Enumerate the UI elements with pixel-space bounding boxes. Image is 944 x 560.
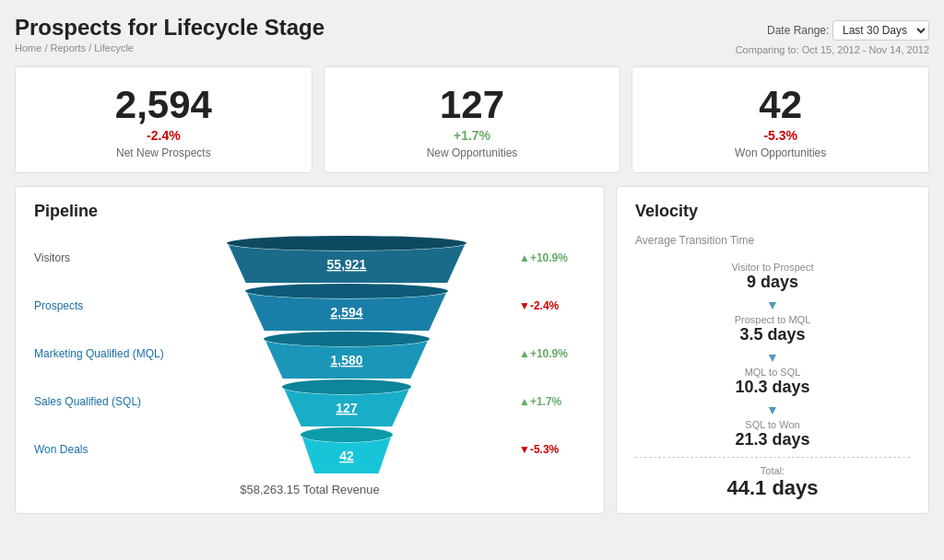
comparing-text: Comparing to: Oct 15, 2012 - Nov 14, 201… bbox=[736, 44, 929, 55]
svg-point-14 bbox=[282, 379, 411, 394]
date-range-row: Date Range: Last 30 Days Last 7 Days Las… bbox=[736, 20, 929, 41]
funnel-svg: 55,9212,5941,58012742 bbox=[182, 234, 512, 473]
pipeline-title: Pipeline bbox=[34, 202, 585, 221]
svg-point-2 bbox=[227, 236, 466, 251]
change-arrow-2: ▲ bbox=[519, 347, 530, 360]
pipeline-content: VisitorsProspectsMarketing Qualified (MQ… bbox=[34, 234, 585, 473]
velocity-label-0: Visitor to Prospect bbox=[635, 262, 910, 273]
velocity-value-0: 9 days bbox=[635, 273, 910, 292]
summary-card-1: 127 +1.7% New Opportunities bbox=[324, 66, 621, 173]
change-arrow-3: ▲ bbox=[519, 395, 530, 408]
pipeline-link-4[interactable]: Won Deals bbox=[34, 443, 88, 456]
summary-card-0: 2,594 -2.4% Net New Prospects bbox=[15, 66, 313, 173]
funnel-graphic: 55,9212,5941,58012742 bbox=[208, 234, 485, 473]
velocity-arrow-2: ▼ bbox=[635, 402, 910, 417]
pipeline-panel: Pipeline VisitorsProspectsMarketing Qual… bbox=[15, 186, 605, 514]
pipeline-label-0: Visitors bbox=[34, 234, 182, 282]
summary-label: Won Opportunities bbox=[647, 146, 914, 159]
velocity-total-label: Total: bbox=[635, 465, 910, 476]
pipeline-change-4: ▼ -5.3% bbox=[512, 426, 585, 473]
total-revenue: $58,263.15 Total Revenue bbox=[34, 483, 585, 496]
pipeline-link-1[interactable]: Prospects bbox=[34, 299, 83, 312]
pipeline-label-1[interactable]: Prospects bbox=[34, 282, 182, 330]
summary-change: -5.3% bbox=[647, 128, 914, 143]
svg-text:42: 42 bbox=[339, 449, 354, 463]
summary-number: 2,594 bbox=[30, 84, 297, 126]
velocity-value-1: 3.5 days bbox=[635, 325, 910, 344]
change-arrow-1: ▼ bbox=[519, 299, 530, 312]
date-range-label: Date Range: bbox=[767, 24, 829, 37]
summary-card-2: 42 -5.3% Won Opportunities bbox=[631, 66, 929, 173]
summary-label: New Opportunities bbox=[339, 146, 606, 159]
summary-change: -2.4% bbox=[30, 128, 297, 143]
summary-row: 2,594 -2.4% Net New Prospects 127 +1.7% … bbox=[15, 66, 929, 173]
velocity-value-2: 10.3 days bbox=[635, 378, 910, 397]
svg-point-6 bbox=[245, 284, 448, 298]
funnel-labels-left: VisitorsProspectsMarketing Qualified (MQ… bbox=[34, 234, 182, 473]
velocity-item-1: Prospect to MQL 3.5 days bbox=[635, 314, 910, 344]
pipeline-change-2: ▲ +10.9% bbox=[512, 330, 585, 378]
velocity-label-3: SQL to Won bbox=[635, 419, 910, 430]
velocity-label-2: MQL to SQL bbox=[635, 367, 910, 378]
svg-text:127: 127 bbox=[336, 401, 358, 415]
summary-change: +1.7% bbox=[339, 128, 606, 143]
velocity-subtitle: Average Transition Time bbox=[635, 234, 910, 247]
velocity-arrow-0: ▼ bbox=[635, 298, 910, 312]
pipeline-change-3: ▲ +1.7% bbox=[512, 378, 585, 426]
pipeline-label-2[interactable]: Marketing Qualified (MQL) bbox=[34, 330, 182, 378]
page-header: Prospects for Lifecycle Stage Home / Rep… bbox=[15, 15, 929, 53]
svg-point-18 bbox=[301, 427, 393, 442]
velocity-item-2: MQL to SQL 10.3 days bbox=[635, 367, 910, 397]
pipeline-link-2[interactable]: Marketing Qualified (MQL) bbox=[34, 347, 164, 360]
velocity-title: Velocity bbox=[635, 202, 910, 221]
pipeline-change-1: ▼ -2.4% bbox=[512, 282, 585, 330]
velocity-total-value: 44.1 days bbox=[635, 476, 910, 500]
summary-label: Net New Prospects bbox=[30, 146, 297, 159]
svg-text:2,594: 2,594 bbox=[330, 305, 362, 320]
velocity-label-1: Prospect to MQL bbox=[635, 314, 910, 325]
velocity-value-3: 21.3 days bbox=[635, 430, 910, 449]
velocity-item-3: SQL to Won 21.3 days bbox=[635, 419, 910, 449]
change-arrow-4: ▼ bbox=[519, 443, 530, 456]
svg-point-10 bbox=[264, 332, 430, 346]
velocity-divider bbox=[635, 457, 910, 458]
breadcrumb-text: Home / Reports / Lifecycle bbox=[15, 42, 134, 53]
svg-text:55,921: 55,921 bbox=[327, 257, 367, 272]
change-arrow-0: ▲ bbox=[519, 251, 530, 264]
summary-number: 127 bbox=[339, 84, 606, 126]
pipeline-label-4[interactable]: Won Deals bbox=[34, 426, 182, 473]
svg-text:1,580: 1,580 bbox=[330, 353, 362, 368]
bottom-row: Pipeline VisitorsProspectsMarketing Qual… bbox=[15, 186, 929, 514]
pipeline-label-3[interactable]: Sales Qualified (SQL) bbox=[34, 378, 182, 426]
date-range-bar: Date Range: Last 30 Days Last 7 Days Las… bbox=[736, 20, 929, 55]
pipeline-link-3[interactable]: Sales Qualified (SQL) bbox=[34, 395, 141, 408]
summary-number: 42 bbox=[647, 84, 914, 126]
funnel-labels-right: ▲ +10.9%▼ -2.4%▲ +10.9%▲ +1.7%▼ -5.3% bbox=[512, 234, 585, 473]
velocity-panel: Velocity Average Transition Time Visitor… bbox=[616, 186, 929, 514]
pipeline-change-0: ▲ +10.9% bbox=[512, 234, 585, 282]
velocity-item-0: Visitor to Prospect 9 days bbox=[635, 262, 910, 292]
date-range-select[interactable]: Last 30 Days Last 7 Days Last 90 Days La… bbox=[832, 20, 929, 41]
velocity-arrow-1: ▼ bbox=[635, 350, 910, 365]
